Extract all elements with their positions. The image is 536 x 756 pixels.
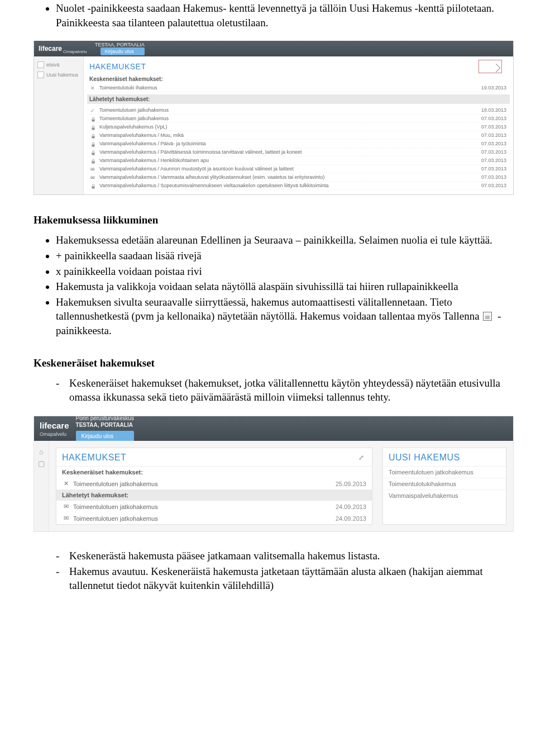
expand-collapse-button[interactable] xyxy=(478,60,502,73)
home-icon[interactable]: ⌂ xyxy=(34,448,49,456)
panel-title: HAKEMUKSET xyxy=(89,62,508,71)
list-row[interactable]: Toimeentulotuen jatkohakemus07.03.2013 xyxy=(89,115,508,123)
list-row[interactable]: Toimeentulotuki ihakemus19.03.2013 xyxy=(89,84,508,92)
side-link[interactable]: Toimeentulotukihakemus xyxy=(383,478,506,489)
row-status-icon xyxy=(90,158,96,163)
home-icon xyxy=(37,61,44,68)
row-status-icon: ✕ xyxy=(62,480,70,487)
save-icon xyxy=(483,312,492,321)
row-date: 25.09.2013 xyxy=(336,481,366,487)
sent-heading: Lähetetyt hakemukset: xyxy=(56,489,372,501)
row-text: Kuljetuspalveluhakemus (VpL) xyxy=(99,124,473,130)
bullet-item: + painikkeella saadaan lisää rivejä xyxy=(56,249,514,263)
row-text: Toimeentulotuen jatkohakemus xyxy=(99,116,473,121)
row-text: Vammaispalveluhakemus / Asunnon muutosty… xyxy=(99,166,473,172)
row-status-icon xyxy=(90,125,96,129)
row-date: 07.03.2013 xyxy=(473,124,506,130)
list-row[interactable]: ✕Toimeentulotuen jatkohakemus25.09.2013 xyxy=(56,478,372,489)
row-text: Vammaispalveluhakemus / Päivittäisessä t… xyxy=(99,149,473,155)
logout-button[interactable]: Kirjaudu ulos xyxy=(100,47,145,55)
row-date: 18.03.2013 xyxy=(473,107,506,113)
side-link[interactable]: Toimeentulotuen jatkohakemus xyxy=(383,466,506,478)
row-date: 24.09.2013 xyxy=(336,515,366,522)
uusi-hakemus-card: UUSI HAKEMUS Toimeentulotuen jatkohakemu… xyxy=(382,448,506,525)
row-text: Vammaispalveluhakemus / Muu, mikä xyxy=(99,132,473,138)
expand-icon[interactable]: ⤢ xyxy=(358,454,365,462)
org-block: Porin perusturvakeskus TESTAA, PORTAALIA… xyxy=(76,415,135,442)
row-date: 07.03.2013 xyxy=(473,149,506,155)
bullet-item: Hakemusta ja valikkoja voidaan selata nä… xyxy=(56,279,514,294)
section-title-unfinished: Keskeneräiset hakemukset xyxy=(34,357,514,369)
row-date: 07.03.2013 xyxy=(473,174,506,180)
list-row[interactable]: Vammaispalveluhakemus / Henkilökohtainen… xyxy=(89,156,508,165)
row-status-icon xyxy=(90,141,96,146)
continue-dash-list: Keskenerästä hakemusta pääsee jatkamaan … xyxy=(34,549,514,593)
row-status-icon xyxy=(90,133,96,137)
brand-subtitle: Omapalvelu xyxy=(40,431,69,437)
side-panel-title: UUSI HAKEMUS xyxy=(389,453,500,463)
row-status-icon xyxy=(90,85,96,90)
main-panel: HAKEMUKSET Keskeneräiset hakemukset: Toi… xyxy=(84,56,513,194)
list-row[interactable]: Toimeentulotuen jatkohakemus18.03.2013 xyxy=(89,106,508,115)
row-date: 07.03.2013 xyxy=(473,166,506,172)
sidebar-item-label: etsivä xyxy=(46,62,60,68)
list-row[interactable]: ✉Toimeentulotuen jatkohakemus24.09.2013 xyxy=(56,501,372,512)
list-row[interactable]: Vammaispalveluhakemus / Muu, mikä07.03.2… xyxy=(89,131,508,140)
logout-button[interactable]: Kirjaudu ulos xyxy=(76,431,135,442)
row-text: Vammaispalveluhakemus / Sopeutumisvalmen… xyxy=(99,183,473,188)
intro-bullet: Nuolet -painikkeesta saadaan Hakemus- ke… xyxy=(56,1,514,30)
bullet-item: Hakemuksessa edetään alareunan Edellinen… xyxy=(56,233,514,248)
dash-item: Hakemus avautuu. Keskeneräistä hakemusta… xyxy=(56,564,514,593)
list-row[interactable]: Vammaispalveluhakemus / Päivittäisessä t… xyxy=(89,148,508,156)
row-status-icon xyxy=(90,116,96,121)
list-row[interactable]: Vammaispalveluhakemus / Vammasta aiheutu… xyxy=(89,173,508,182)
row-text: Toimeentulotuen jatkohakemus xyxy=(73,481,336,487)
dash-item: Keskeneräiset hakemukset (hakemukset, jo… xyxy=(56,376,514,405)
brand-subtitle: Omapalvelu xyxy=(63,49,87,54)
app-topbar: lifecare Omapalvelu TESTAA, PORTAALIA Ki… xyxy=(34,41,513,56)
screenshot-hakemukset-wide: lifecare Omapalvelu TESTAA, PORTAALIA Ki… xyxy=(34,41,514,195)
app-topbar: lifecare Omapalvelu Porin perusturvakesk… xyxy=(34,416,513,441)
doc-icon[interactable]: ▢ xyxy=(34,459,49,468)
doc-icon xyxy=(37,72,44,78)
row-text: Vammaispalveluhakemus / Vammasta aiheutu… xyxy=(99,174,473,180)
screenshot-hakemukset-split: lifecare Omapalvelu Porin perusturvakesk… xyxy=(34,416,514,532)
list-row[interactable]: Vammaispalveluhakemus / Asunnon muutosty… xyxy=(89,165,508,173)
row-text: Vammaispalveluhakemus / Päivä- ja työtoi… xyxy=(99,141,473,146)
unfinished-dash-list: Keskeneräiset hakemukset (hakemukset, jo… xyxy=(34,376,514,405)
row-text: Vammaispalveluhakemus / Henkilökohtainen… xyxy=(99,158,473,163)
brand-logo: lifecare xyxy=(39,45,62,53)
user-name: TESTAA, PORTAALIA xyxy=(76,422,135,429)
navigation-bullet-list: Hakemuksessa edetään alareunan Edellinen… xyxy=(34,233,514,337)
left-sidebar: etsivä Uusi hakemus xyxy=(34,56,84,194)
row-date: 07.03.2013 xyxy=(473,158,506,163)
sidebar-item-label: Uusi hakemus xyxy=(46,72,78,78)
row-text: Toimeentulotuen jatkohakemus xyxy=(73,515,336,522)
list-row[interactable]: Vammaispalveluhakemus / Sopeutumisvalmen… xyxy=(89,182,508,190)
list-row[interactable]: ✉Toimeentulotuen jatkohakemus24.09.2013 xyxy=(56,512,372,524)
dash-item: Keskenerästä hakemusta pääsee jatkamaan … xyxy=(56,549,514,563)
row-status-icon xyxy=(90,167,96,171)
row-status-icon xyxy=(90,183,96,188)
list-row[interactable]: Vammaispalveluhakemus / Päivä- ja työtoi… xyxy=(89,140,508,148)
bullet-item: x painikkeella voidaan poistaa rivi xyxy=(56,264,514,279)
brand-logo: lifecare xyxy=(40,421,69,430)
row-date: 07.03.2013 xyxy=(473,141,506,146)
row-date: 19.03.2013 xyxy=(473,85,506,91)
intro-bullet-list: Nuolet -painikkeesta saadaan Hakemus- ke… xyxy=(34,1,514,30)
row-date: 07.03.2013 xyxy=(473,132,506,138)
sidebar-item-new[interactable]: Uusi hakemus xyxy=(36,70,81,80)
row-status-icon xyxy=(90,108,96,112)
section-title-navigation: Hakemuksessa liikkuminen xyxy=(34,214,514,226)
user-name-chip: TESTAA, PORTAALIA xyxy=(95,42,145,47)
sidebar-item-home[interactable]: etsivä xyxy=(36,60,81,70)
panel-title: HAKEMUKSET ⤢ xyxy=(62,453,366,463)
unfinished-heading: Keskeneräiset hakemukset: xyxy=(56,466,372,478)
side-link[interactable]: Vammaispalveluhakemus xyxy=(383,489,506,501)
hakemukset-card: HAKEMUKSET ⤢ Keskeneräiset hakemukset: ✕… xyxy=(56,448,372,525)
left-sidebar-icons: ⌂ ▢ xyxy=(34,441,49,531)
row-status-icon: ✉ xyxy=(62,515,70,522)
row-text: Toimeentulotuki ihakemus xyxy=(99,85,473,91)
unfinished-heading: Keskeneräiset hakemukset: xyxy=(89,74,508,84)
list-row[interactable]: Kuljetuspalveluhakemus (VpL)07.03.2013 xyxy=(89,123,508,131)
